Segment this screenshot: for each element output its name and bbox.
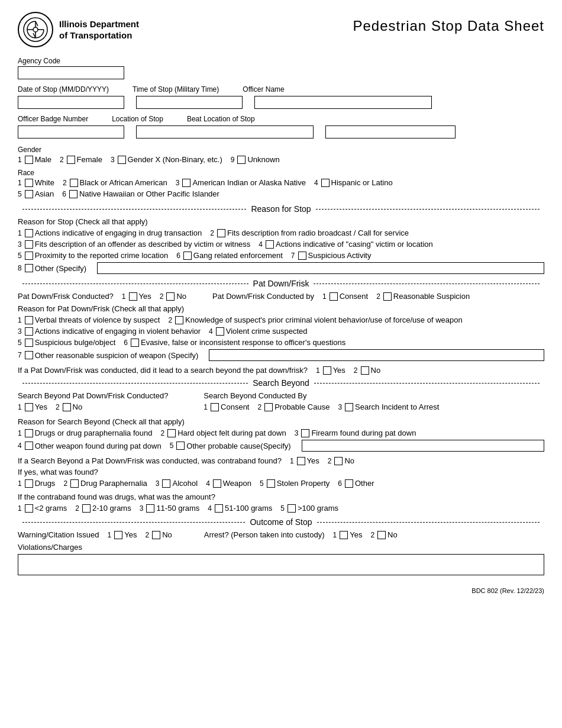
- officer-name-input[interactable]: [254, 96, 432, 109]
- contraband-no-label: No: [344, 456, 354, 465]
- time-input[interactable]: [136, 96, 243, 109]
- gender-unknown-box[interactable]: [237, 156, 246, 164]
- beat-input[interactable]: [325, 125, 456, 138]
- gender-female-box[interactable]: [67, 156, 75, 164]
- location-field: Location of Stop: [112, 115, 163, 123]
- pat-other-input[interactable]: [209, 349, 544, 361]
- search-other-input[interactable]: [302, 440, 544, 452]
- pat-reason-1[interactable]: 1 Verbal threats of violence by suspect: [18, 315, 160, 324]
- reason-8-label: Other (Specify): [35, 264, 86, 273]
- pat-down-divider: Pat Down/Frisk: [18, 279, 544, 288]
- search-reason-4[interactable]: 4 Other weapon found during pat down: [18, 442, 162, 450]
- pat-reasonable[interactable]: 2 Reasonable Suspicion: [376, 292, 470, 301]
- violations-input[interactable]: [18, 554, 544, 575]
- found-alcohol[interactable]: 3 Alcohol: [156, 479, 198, 488]
- warning-no[interactable]: 2 No: [145, 530, 172, 539]
- pat-yes[interactable]: 1 Yes: [122, 292, 151, 301]
- time-label: Time of Stop (Military Time): [133, 85, 219, 94]
- pat-reason-section: Reason for Pat Down/Frisk (Check all tha…: [18, 304, 544, 361]
- search-probable[interactable]: 2 Probable Cause: [257, 402, 330, 411]
- race-native[interactable]: 3 American Indian or Alaska Native: [176, 178, 306, 187]
- gender-male[interactable]: 1 Male: [18, 155, 51, 164]
- reason-2[interactable]: 2 Fits description from radio broadcast …: [210, 228, 409, 237]
- search-reason-5[interactable]: 5 Other probable cause(Specify): [170, 442, 291, 450]
- amount-2[interactable]: 2 2-10 grams: [75, 504, 131, 513]
- race-hispanic-box[interactable]: [321, 179, 330, 187]
- reason-other-input[interactable]: [97, 262, 544, 274]
- found-stolen[interactable]: 5 Stolen Property: [260, 479, 330, 488]
- search-reason-2[interactable]: 2 Hard object felt during pat down: [160, 429, 286, 437]
- search-reason-3[interactable]: 3 Firearm found during pat down: [295, 429, 416, 437]
- found-weapon[interactable]: 4 Weapon: [206, 479, 251, 488]
- badge-field: Officer Badge Number: [18, 115, 88, 123]
- race-black-box[interactable]: [70, 179, 78, 187]
- pat-consent-label: Consent: [340, 292, 368, 301]
- form-number: BDC 802 (Rev. 12/22/23): [471, 587, 544, 594]
- race-pacific[interactable]: 6 Native Hawaiian or Other Pacific Islan…: [62, 189, 219, 198]
- race-hispanic[interactable]: 4 Hispanic or Latino: [314, 178, 393, 187]
- search-reason-5-label: Other probable cause(Specify): [186, 442, 290, 450]
- gender-female[interactable]: 2 Female: [60, 155, 102, 164]
- lead-no[interactable]: 2 No: [354, 366, 380, 375]
- found-other[interactable]: 6 Other: [338, 479, 374, 488]
- search-no[interactable]: 2 No: [56, 402, 82, 411]
- reason-7[interactable]: 7 Suspicious Activity: [291, 251, 372, 260]
- amount-4[interactable]: 4 51-100 grams: [208, 504, 272, 513]
- outcome-row: Warning/Citation Issued 1 Yes 2 No Arres…: [18, 530, 544, 539]
- pat-no-label: No: [176, 292, 186, 301]
- arrest-no[interactable]: 2 No: [370, 530, 397, 539]
- beat-field: Beat Location of Stop: [187, 115, 255, 123]
- amount-5[interactable]: 5 >100 grams: [280, 504, 338, 513]
- violations-section: Violations/Charges: [18, 543, 544, 575]
- pat-consent[interactable]: 1 Consent: [322, 292, 368, 301]
- search-incident[interactable]: 3 Search Incident to Arrest: [338, 402, 439, 411]
- found-paraphernalia[interactable]: 2 Drug Paraphernalia: [63, 479, 147, 488]
- pat-no[interactable]: 2 No: [160, 292, 186, 301]
- reason-3[interactable]: 3 Fits description of an offender as des…: [18, 240, 250, 249]
- warning-yes[interactable]: 1 Yes: [108, 530, 137, 539]
- search-consent[interactable]: 1 Consent: [204, 402, 249, 411]
- pat-reason-2[interactable]: 2 Knowledge of suspect's prior criminal …: [168, 315, 462, 324]
- reason-6[interactable]: 6 Gang related enforcement: [176, 251, 283, 260]
- reason-5[interactable]: 5 Proximity to the reported crime locati…: [18, 251, 168, 260]
- contraband-yes[interactable]: 1 Yes: [290, 456, 319, 465]
- time-field: Time of Stop (Military Time): [133, 85, 219, 94]
- location-input[interactable]: [136, 125, 314, 138]
- race-white[interactable]: 1 White: [18, 178, 54, 187]
- race-native-box[interactable]: [182, 179, 190, 187]
- arrest-yes[interactable]: 1 Yes: [333, 530, 363, 539]
- agency-code-input[interactable]: [18, 66, 124, 79]
- pat-reason-7[interactable]: 7 Other reasonable suspicion of weapon (…: [18, 351, 198, 360]
- idot-logo: [18, 12, 53, 47]
- race-asian[interactable]: 5 Asian: [18, 189, 54, 198]
- date-input[interactable]: [18, 96, 124, 109]
- pat-reason-4[interactable]: 4 Violent crime suspected: [209, 327, 307, 336]
- reason-7-label: Suspicious Activity: [308, 251, 372, 260]
- gender-male-box[interactable]: [25, 156, 33, 164]
- arrest-label: Arrest? (Person taken into custody): [204, 530, 325, 539]
- amount-3[interactable]: 3 11-50 grams: [140, 504, 200, 513]
- race-white-box[interactable]: [25, 179, 33, 187]
- gender-x-box[interactable]: [118, 156, 126, 164]
- search-reason-1[interactable]: 1 Drugs or drug paraphernalia found: [18, 429, 152, 437]
- pat-reason-6[interactable]: 6 Evasive, false or inconsistent respons…: [124, 338, 345, 347]
- pat-reason-3[interactable]: 3 Actions indicative of engaging in viol…: [18, 327, 201, 336]
- found-drugs[interactable]: 1 Drugs: [18, 479, 55, 488]
- pat-reason-5[interactable]: 5 Suspicious bulge/object: [18, 338, 115, 347]
- reason-4[interactable]: 4 Actions indicative of "casing" victim …: [259, 240, 432, 249]
- contraband-no[interactable]: 2 No: [328, 456, 354, 465]
- reason-stop-section: Reason for Stop (Check all that apply) 1…: [18, 217, 544, 274]
- race-black[interactable]: 2 Black or African American: [63, 178, 167, 187]
- reason-1[interactable]: 1 Actions indicative of engaging in drug…: [18, 228, 202, 237]
- search-yes[interactable]: 1 Yes: [18, 402, 47, 411]
- race-asian-box[interactable]: [25, 190, 33, 198]
- found-label: If yes, what was found?: [18, 468, 544, 476]
- reason-8[interactable]: 8 Other (Specify): [18, 264, 86, 273]
- gender-unknown[interactable]: 9 Unknown: [231, 155, 280, 164]
- gender-x[interactable]: 3 Gender X (Non-Binary, etc.): [111, 155, 222, 164]
- lead-yes[interactable]: 1 Yes: [316, 366, 345, 375]
- race-pacific-box[interactable]: [69, 190, 77, 198]
- amount-1[interactable]: 1 <2 grams: [18, 504, 67, 513]
- warning-no-label: No: [162, 530, 172, 539]
- badge-input[interactable]: [18, 125, 124, 138]
